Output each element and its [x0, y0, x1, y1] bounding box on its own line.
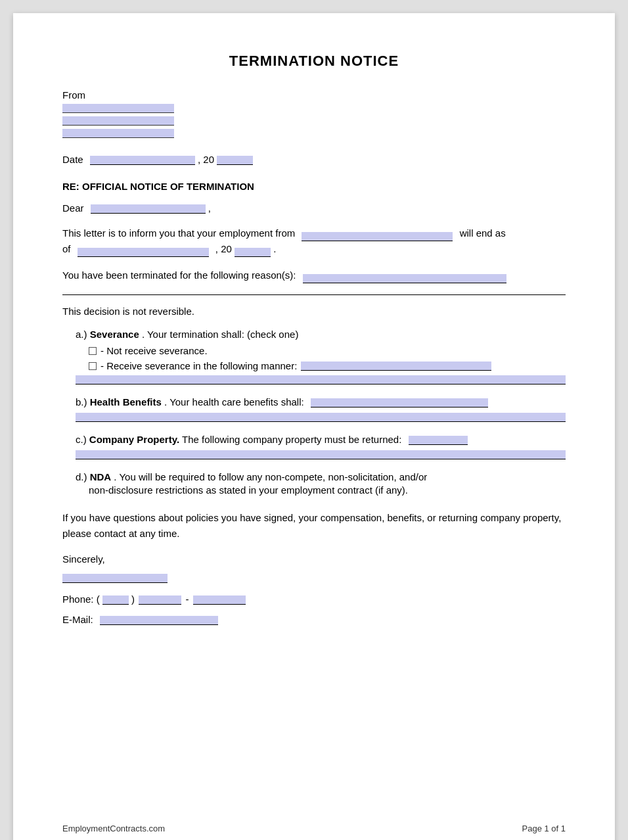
item-a: a.) Severance . Your termination shall: … — [76, 329, 566, 385]
item-b: b.) Health Benefits . Your health care b… — [76, 396, 566, 422]
dear-section: Dear , — [62, 202, 566, 214]
company-field[interactable] — [409, 436, 468, 445]
item-d-line2: non-disclosure restrictions as stated in… — [76, 482, 566, 498]
date-label: Date — [62, 154, 83, 165]
phone-section: Phone: ( ) - — [62, 594, 566, 605]
from-lines — [62, 104, 566, 138]
item-c-bold: Company Property. — [89, 434, 179, 445]
item-c-text: The following company property must be r… — [182, 434, 401, 445]
item-c: c.) Company Property. The following comp… — [76, 434, 566, 459]
footer-left: EmploymentContracts.com — [62, 824, 165, 833]
item-d-letter: d.) — [76, 471, 87, 482]
email-label: E-Mail: — [62, 614, 93, 625]
email-section: E-Mail: — [62, 614, 566, 625]
items-section: a.) Severance . Your termination shall: … — [76, 329, 566, 498]
employer-name-field[interactable] — [302, 232, 453, 241]
reasons-field[interactable] — [303, 274, 506, 283]
footer-paragraph: If you have questions about policies you… — [62, 510, 566, 542]
checkbox1-text: - Not receive severance. — [101, 345, 208, 356]
health-field[interactable] — [311, 398, 488, 408]
dear-comma: , — [208, 202, 211, 214]
dear-name-field[interactable] — [91, 204, 206, 214]
item-b-text: . Your health care benefits shall: — [164, 396, 304, 408]
sincerely: Sincerely, — [62, 553, 566, 565]
severance-field[interactable] — [301, 362, 491, 371]
phone-label: Phone: ( — [62, 594, 100, 605]
phone-prefix-field[interactable] — [139, 595, 181, 605]
from-label: From — [62, 89, 85, 101]
signature-field[interactable] — [62, 574, 168, 583]
body-para-1: This letter is to inform you that your e… — [62, 225, 566, 257]
date-year-field[interactable] — [217, 156, 253, 165]
document-page: TERMINATION NOTICE From Date , 20 RE: OF… — [13, 13, 615, 840]
email-field[interactable] — [100, 616, 218, 625]
item-b-label: b.) Health Benefits . Your health care b… — [76, 396, 566, 408]
item-b-bold: Health Benefits — [90, 396, 162, 408]
checkbox-receive-severance: - Receive severance in the following man… — [89, 360, 566, 371]
end-year-field[interactable] — [235, 248, 271, 257]
date-separator: , 20 — [198, 154, 214, 165]
termination-reasons-section: You have been terminated for the followi… — [62, 268, 566, 295]
dear-label: Dear — [62, 202, 84, 214]
item-d: d.) NDA . You will be required to follow… — [76, 471, 566, 498]
footer-right: Page 1 of 1 — [522, 824, 566, 833]
item-b-letter: b.) — [76, 396, 87, 408]
item-d-text: . You will be required to follow any non… — [114, 471, 427, 482]
checkbox2-text: - Receive severance in the following man… — [101, 360, 297, 371]
document-title: TERMINATION NOTICE — [62, 53, 566, 70]
phone-paren: ) — [131, 594, 135, 605]
health-second-line[interactable] — [76, 413, 566, 422]
from-line-2[interactable] — [62, 116, 174, 126]
item-c-letter: c.) — [76, 434, 87, 445]
phone-number-field[interactable] — [193, 595, 246, 605]
page-footer: EmploymentContracts.com Page 1 of 1 — [62, 824, 566, 833]
date-section: Date , 20 — [62, 154, 566, 165]
item-d-bold: NDA — [90, 471, 112, 482]
item-a-text: . Your termination shall: (check one) — [142, 329, 298, 340]
checkbox-2[interactable] — [89, 362, 97, 370]
severance-second-line[interactable] — [76, 375, 566, 385]
body1-part2: will end as — [460, 227, 506, 239]
reasons-label: You have been terminated for the followi… — [62, 269, 296, 281]
not-reversible: This decision is not reversible. — [62, 306, 566, 317]
phone-dash: - — [185, 594, 189, 605]
item-a-letter: a.) — [76, 329, 87, 340]
from-line-1[interactable] — [62, 104, 174, 113]
from-section: From — [62, 89, 566, 138]
re-heading: RE: OFFICIAL NOTICE OF TERMINATION — [62, 181, 566, 192]
body1-part5: . — [273, 243, 276, 254]
checkbox-1[interactable] — [89, 347, 97, 355]
checkbox-no-severance: - Not receive severance. — [89, 345, 566, 356]
body1-part3: of — [62, 243, 71, 254]
reasons-underline[interactable] — [62, 286, 566, 295]
item-a-label: a.) Severance . Your termination shall: … — [76, 329, 566, 340]
item-c-label: c.) Company Property. The following comp… — [76, 434, 566, 445]
body1-part1: This letter is to inform you that your e… — [62, 227, 295, 239]
date-field[interactable] — [90, 156, 195, 165]
body1-part4: , 20 — [215, 243, 232, 254]
item-d-line1: d.) NDA . You will be required to follow… — [76, 471, 566, 482]
end-date-field[interactable] — [78, 248, 209, 257]
phone-area-field[interactable] — [102, 595, 129, 605]
company-second-line[interactable] — [76, 450, 566, 459]
from-line-3[interactable] — [62, 129, 174, 138]
item-a-bold: Severance — [90, 329, 139, 340]
reasons-line: You have been terminated for the followi… — [62, 268, 566, 283]
